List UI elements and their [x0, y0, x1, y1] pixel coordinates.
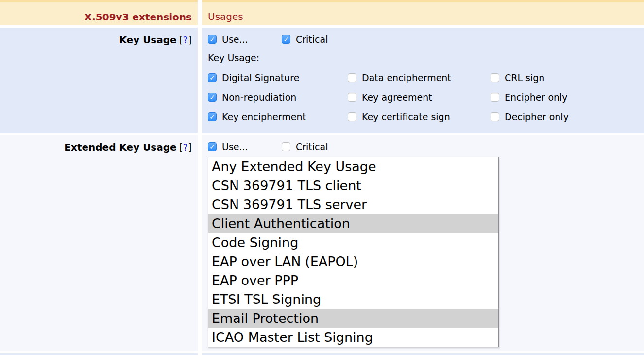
- key-usage-option-label: Key encipherment: [222, 111, 306, 122]
- key-usage-option: Digital Signature: [208, 72, 348, 83]
- checkmark-icon: [282, 36, 290, 43]
- critical-checkbox[interactable]: [282, 142, 290, 151]
- listbox-option[interactable]: Client Authentication: [208, 214, 498, 233]
- key-usage-option-checkbox[interactable]: [491, 93, 499, 102]
- key-usage-label: Key Usage: [119, 34, 176, 46]
- section-header-left: X.509v3 extensions: [0, 2, 198, 25]
- key-usage-option: Key encipherment: [208, 111, 348, 122]
- key-usage-option-checkbox[interactable]: [208, 93, 217, 102]
- extended-key-usage-listbox[interactable]: Any Extended Key Usage CSN 369791 TLS cl…: [208, 157, 499, 347]
- key-usage-option-checkbox[interactable]: [208, 112, 217, 121]
- section-title: X.509v3 extensions: [85, 11, 192, 23]
- listbox-option[interactable]: Email Protection: [208, 309, 498, 328]
- use-checkbox[interactable]: [208, 35, 217, 44]
- key-usage-option: Decipher only: [491, 111, 644, 122]
- use-checkbox-label: Use...: [222, 34, 248, 45]
- listbox-option[interactable]: ICAO Master List Signing: [208, 328, 498, 347]
- checkmark-icon: [208, 74, 216, 82]
- listbox-option[interactable]: Code Signing: [208, 233, 498, 252]
- key-usage-option: Data encipherment: [348, 72, 491, 83]
- key-usage-option: Key agreement: [348, 92, 491, 103]
- extended-key-usage-label-cell: Extended Key Usage [?]: [0, 135, 198, 351]
- key-usage-option: Non-repudiation: [208, 92, 348, 103]
- key-usage-option-label: Data encipherment: [362, 72, 451, 83]
- key-usage-use-group: Use...: [208, 34, 282, 45]
- section-header-right: Usages: [202, 2, 644, 25]
- key-usage-label-cell: Key Usage [?]: [0, 28, 198, 133]
- key-usage-option: Encipher only: [491, 92, 644, 103]
- extended-key-usage-row: Extended Key Usage [?] Use... Critical A…: [0, 135, 644, 351]
- listbox-option[interactable]: EAP over LAN (EAPOL): [208, 252, 498, 271]
- key-usage-critical-group: Critical: [282, 34, 328, 45]
- bottom-strip: [0, 353, 644, 355]
- key-usage-option-label: Decipher only: [505, 111, 569, 122]
- key-usage-option-label: Key certificate sign: [362, 111, 450, 122]
- key-usage-option-checkbox[interactable]: [491, 73, 499, 82]
- listbox-option[interactable]: CSN 369791 TLS server: [208, 195, 498, 214]
- key-usage-checkbox-grid: Digital Signature Data encipherment CRL …: [208, 68, 644, 126]
- help-link[interactable]: ?: [183, 34, 188, 46]
- key-usage-option-label: CRL sign: [505, 72, 544, 83]
- key-usage-sublabel: Key Usage:: [208, 53, 644, 63]
- extended-critical-group: Critical: [282, 142, 328, 152]
- checkmark-icon: [208, 143, 216, 151]
- key-usage-option-checkbox[interactable]: [348, 112, 356, 121]
- checkmark-icon: [208, 93, 216, 101]
- use-checkbox-label: Use...: [222, 142, 248, 152]
- extended-key-usage-label: Extended Key Usage: [64, 142, 176, 153]
- key-usage-option-checkbox[interactable]: [491, 112, 499, 121]
- section-subtitle: Usages: [208, 11, 243, 22]
- key-usage-option-label: Non-repudiation: [222, 92, 296, 103]
- listbox-option[interactable]: CSN 369791 TLS client: [208, 176, 498, 195]
- extended-key-usage-toggles: Use... Critical: [208, 142, 644, 152]
- key-usage-option-label: Digital Signature: [222, 72, 299, 83]
- critical-checkbox-label: Critical: [296, 142, 328, 152]
- help-link[interactable]: ?: [183, 142, 188, 153]
- key-usage-row: Key Usage [?] Use... Critical Key Usage:: [0, 28, 644, 133]
- key-usage-option-checkbox[interactable]: [348, 73, 356, 82]
- listbox-option[interactable]: ETSI TSL Signing: [208, 290, 498, 309]
- listbox-option[interactable]: EAP over PPP: [208, 271, 498, 290]
- key-usage-content: Use... Critical Key Usage: Digital Signa…: [202, 28, 644, 133]
- section-header: X.509v3 extensions Usages: [0, 2, 644, 25]
- listbox-option[interactable]: Any Extended Key Usage: [208, 157, 498, 176]
- key-usage-option: Key certificate sign: [348, 111, 491, 122]
- extended-use-group: Use...: [208, 142, 282, 152]
- critical-checkbox[interactable]: [282, 35, 290, 44]
- checkmark-icon: [208, 113, 216, 121]
- key-usage-toggles: Use... Critical: [208, 34, 644, 45]
- key-usage-option-label: Encipher only: [505, 92, 568, 103]
- key-usage-help: [?]: [179, 34, 192, 46]
- extended-key-usage-content: Use... Critical Any Extended Key Usage C…: [202, 135, 644, 351]
- extensions-form: X.509v3 extensions Usages Key Usage [?] …: [0, 0, 644, 355]
- use-checkbox[interactable]: [208, 142, 217, 151]
- key-usage-option-checkbox[interactable]: [348, 93, 356, 102]
- extended-key-usage-help: [?]: [179, 142, 192, 153]
- checkmark-icon: [208, 36, 216, 43]
- critical-checkbox-label: Critical: [296, 34, 328, 45]
- key-usage-option-checkbox[interactable]: [208, 73, 217, 82]
- key-usage-option: CRL sign: [491, 72, 644, 83]
- key-usage-option-label: Key agreement: [362, 92, 432, 103]
